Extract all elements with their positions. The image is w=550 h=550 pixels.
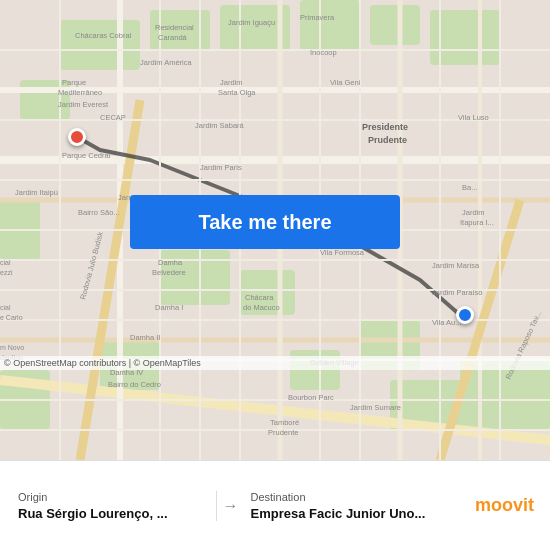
origin-label: Origin xyxy=(18,491,210,503)
moovit-logo: moovit xyxy=(448,495,538,516)
svg-text:Itapura I...: Itapura I... xyxy=(460,218,494,227)
svg-text:Presidente: Presidente xyxy=(362,122,408,132)
attribution-text: © OpenStreetMap contributors | © OpenMap… xyxy=(4,358,201,368)
svg-text:Prudente: Prudente xyxy=(368,135,407,145)
destination-section: Destination Empresa Facic Junior Uno... xyxy=(245,491,449,521)
svg-rect-16 xyxy=(460,360,550,430)
svg-text:Damha II: Damha II xyxy=(130,333,160,342)
svg-text:do Macuco: do Macuco xyxy=(243,303,280,312)
map-container: Chácaras Cobral Residencial Carandá Jard… xyxy=(0,0,550,460)
svg-text:Damha: Damha xyxy=(158,258,183,267)
svg-text:Bourbon Parc: Bourbon Parc xyxy=(288,393,334,402)
svg-rect-4 xyxy=(300,0,360,50)
svg-text:Jardim América: Jardim América xyxy=(140,58,193,67)
svg-text:Jardim Sumare: Jardim Sumare xyxy=(350,403,401,412)
destination-value: Empresa Facic Junior Uno... xyxy=(251,506,443,521)
arrow-icon: → xyxy=(223,497,239,515)
bottom-bar: Origin Rua Sérgio Lourenço, ... → Destin… xyxy=(0,460,550,550)
svg-text:Prudente: Prudente xyxy=(268,428,298,437)
svg-text:Residencial: Residencial xyxy=(155,23,194,32)
svg-text:Chácaras Cobral: Chácaras Cobral xyxy=(75,31,132,40)
svg-text:CECAP: CECAP xyxy=(100,113,126,122)
svg-text:Vila Geni: Vila Geni xyxy=(330,78,361,87)
svg-text:Jardim: Jardim xyxy=(462,208,485,217)
svg-text:Inocoop: Inocoop xyxy=(310,48,337,57)
svg-text:Jardim Iguaçu: Jardim Iguaçu xyxy=(228,18,275,27)
svg-text:Chácara: Chácara xyxy=(245,293,274,302)
svg-text:Vila Formosa: Vila Formosa xyxy=(320,248,365,257)
origin-value: Rua Sérgio Lourenço, ... xyxy=(18,506,210,521)
svg-text:Santa Olga: Santa Olga xyxy=(218,88,256,97)
svg-text:Jardim Marisa: Jardim Marisa xyxy=(432,261,480,270)
svg-text:Bairro do Cedro: Bairro do Cedro xyxy=(108,380,161,389)
svg-text:Carandá: Carandá xyxy=(158,33,188,42)
svg-text:Damha I: Damha I xyxy=(155,303,183,312)
take-me-there-button[interactable]: Take me there xyxy=(130,195,400,249)
svg-text:Vila Luso: Vila Luso xyxy=(458,113,489,122)
destination-label: Destination xyxy=(251,491,443,503)
svg-text:m Novo: m Novo xyxy=(0,344,24,351)
svg-text:Belvedere: Belvedere xyxy=(152,268,186,277)
svg-text:ezzi: ezzi xyxy=(0,269,13,276)
svg-text:cial: cial xyxy=(0,304,11,311)
svg-text:Jardim Sabará: Jardim Sabará xyxy=(195,121,245,130)
svg-text:Primavera: Primavera xyxy=(300,13,335,22)
svg-text:Jardim Paris: Jardim Paris xyxy=(200,163,242,172)
svg-text:Parque Cedral: Parque Cedral xyxy=(62,151,111,160)
svg-text:Ba...: Ba... xyxy=(462,183,477,192)
svg-text:Parque: Parque xyxy=(62,78,86,87)
svg-text:Jardim: Jardim xyxy=(220,78,243,87)
svg-text:Tamboré: Tamboré xyxy=(270,418,299,427)
origin-section: Origin Rua Sérgio Lourenço, ... xyxy=(12,491,217,521)
svg-rect-1 xyxy=(60,20,140,70)
svg-text:Bairro São...: Bairro São... xyxy=(78,208,120,217)
map-attribution: © OpenStreetMap contributors | © OpenMap… xyxy=(0,356,550,370)
svg-text:Mediterrâneo: Mediterrâneo xyxy=(58,88,102,97)
svg-rect-5 xyxy=(370,5,420,45)
svg-text:cial: cial xyxy=(0,259,11,266)
moovit-brand-text: moovit xyxy=(475,495,534,516)
svg-text:Jardim Itaipú: Jardim Itaipú xyxy=(15,188,58,197)
svg-text:e Carlo: e Carlo xyxy=(0,314,23,321)
destination-marker xyxy=(456,306,474,324)
svg-text:Jardim Everest: Jardim Everest xyxy=(58,100,109,109)
origin-marker xyxy=(68,128,86,146)
svg-text:Jardim Paraíso: Jardim Paraíso xyxy=(432,288,482,297)
